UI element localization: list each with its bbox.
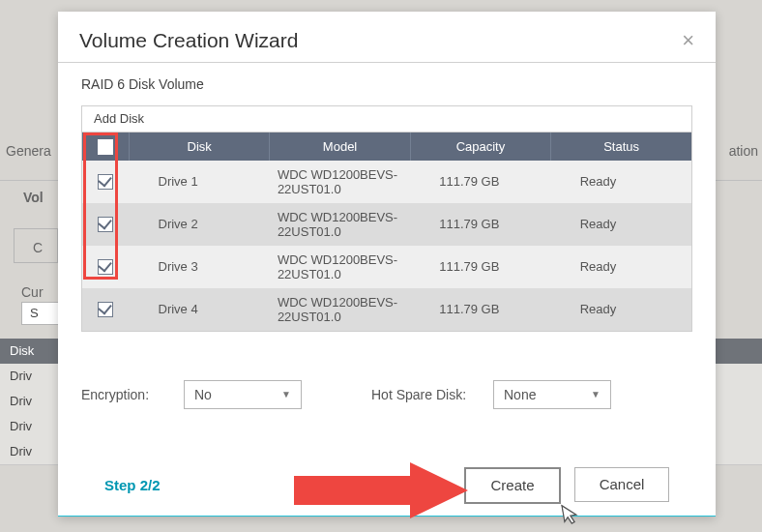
modal-footer: Step 2/2 Create Cancel [81, 409, 692, 516]
cell-capacity: 111.79 GB [410, 246, 550, 288]
bg-cur: Cur [21, 284, 44, 300]
chevron-down-icon: ▼ [281, 389, 291, 399]
create-button[interactable]: Create [464, 467, 561, 504]
table-row[interactable]: Drive 1 WDC WD1200BEVS-22UST01.0 111.79 … [82, 161, 691, 203]
disk-table: Add Disk Disk Model Capacity Status Driv… [81, 105, 692, 332]
cell-status: Ready [551, 246, 691, 288]
cancel-button[interactable]: Cancel [574, 467, 669, 502]
encryption-select[interactable]: No ▼ [184, 380, 302, 409]
cell-model: WDC WD1200BEVS-22UST01.0 [270, 288, 410, 331]
cell-status: Ready [551, 161, 691, 203]
table-row[interactable]: Drive 2 WDC WD1200BEVS-22UST01.0 111.79 … [82, 203, 691, 246]
bg-general-label: Genera [6, 143, 51, 159]
modal-title: Volume Creation Wizard [79, 29, 298, 52]
checkbox-icon[interactable] [98, 174, 113, 190]
table-row[interactable]: Drive 3 WDC WD1200BEVS-22UST01.0 111.79 … [82, 246, 691, 288]
cell-disk: Drive 3 [130, 246, 270, 288]
modal-header: Volume Creation Wizard × [58, 12, 716, 63]
select-all-header[interactable] [82, 133, 130, 161]
hot-spare-select[interactable]: None ▼ [493, 380, 611, 409]
checkbox-icon[interactable] [98, 139, 113, 155]
cell-disk: Drive 1 [130, 161, 270, 203]
bg-ation-label: ation [729, 143, 758, 159]
cell-model: WDC WD1200BEVS-22UST01.0 [270, 203, 410, 246]
column-disk: Disk [130, 133, 270, 161]
checkbox-icon[interactable] [98, 302, 113, 317]
bg-vol-tab: Vol [23, 190, 44, 205]
checkbox-icon[interactable] [98, 259, 113, 275]
cell-disk: Drive 2 [130, 203, 270, 246]
cell-disk: Drive 4 [130, 288, 270, 331]
cell-model: WDC WD1200BEVS-22UST01.0 [270, 161, 410, 203]
table-row[interactable]: Drive 4 WDC WD1200BEVS-22UST01.0 111.79 … [82, 288, 691, 331]
chevron-down-icon: ▼ [591, 389, 601, 399]
encryption-value: No [194, 387, 212, 402]
column-model: Model [270, 133, 410, 161]
cell-status: Ready [551, 203, 691, 246]
hot-spare-label: Hot Spare Disk: [371, 387, 478, 402]
column-status: Status [551, 133, 691, 161]
cell-capacity: 111.79 GB [410, 161, 550, 203]
close-icon[interactable]: × [682, 30, 694, 51]
options-row: Encryption: No ▼ Hot Spare Disk: None ▼ [81, 380, 692, 409]
checkbox-icon[interactable] [98, 217, 113, 232]
accent-bar [58, 516, 716, 517]
step-indicator: Step 2/2 [104, 477, 161, 493]
cell-status: Ready [551, 288, 691, 331]
cell-model: WDC WD1200BEVS-22UST01.0 [270, 246, 410, 288]
hot-spare-value: None [504, 387, 536, 402]
volume-creation-wizard-modal: Volume Creation Wizard × RAID 6 Disk Vol… [58, 12, 716, 517]
encryption-label: Encryption: [81, 387, 168, 402]
column-capacity: Capacity [410, 133, 550, 161]
cell-capacity: 111.79 GB [410, 288, 550, 331]
modal-body: RAID 6 Disk Volume Add Disk Disk Model C… [58, 63, 716, 516]
add-disk-button[interactable]: Add Disk [82, 106, 691, 133]
volume-type-label: RAID 6 Disk Volume [81, 76, 692, 92]
cell-capacity: 111.79 GB [410, 203, 550, 246]
